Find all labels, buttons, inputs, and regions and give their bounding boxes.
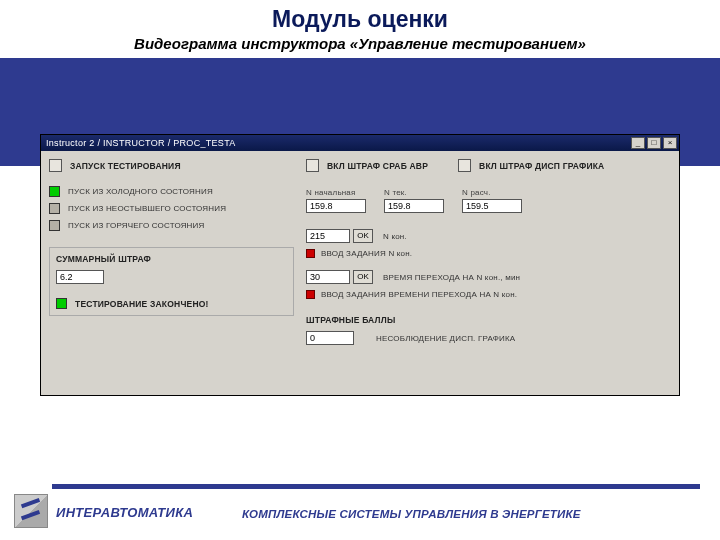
- launch-testing-checkbox[interactable]: [49, 159, 62, 172]
- flag-disp-checkbox[interactable]: [458, 159, 471, 172]
- brand-tagline: КОМПЛЕКСНЫЕ СИСТЕМЫ УПРАВЛЕНИЯ В ЭНЕРГЕТ…: [242, 508, 581, 520]
- launch-testing-label: ЗАПУСК ТЕСТИРОВАНИЯ: [70, 161, 181, 171]
- state-indicator-icon: [49, 220, 60, 231]
- penalty-points-title: ШТРАФНЫЕ БАЛЛЫ: [306, 315, 666, 325]
- maximize-button[interactable]: □: [647, 137, 661, 149]
- n-start-label: N начальная: [306, 188, 366, 197]
- page-title: Модуль оценки: [0, 6, 720, 33]
- app-window: Instructor 2 / INSTRUCTOR / PROC_TESTA _…: [40, 134, 680, 396]
- header: Модуль оценки Видеограмма инструктора «У…: [0, 0, 720, 54]
- penalty-points-label: НЕСОБЛЮДЕНИЕ ДИСП. ГРАФИКА: [376, 334, 515, 343]
- left-panel: ЗАПУСК ТЕСТИРОВАНИЯ ПУСК ИЗ ХОЛОДНОГО СО…: [49, 159, 294, 316]
- n-current-label: N тек.: [384, 188, 444, 197]
- time-hint: ВВОД ЗАДАНИЯ ВРЕМЕНИ ПЕРЕХОДА НА N кон.: [321, 290, 517, 299]
- brand-name: ИНТЕРАВТОМАТИКА: [56, 505, 193, 520]
- n-start-value: 159.8: [306, 199, 366, 213]
- window-title: Instructor 2 / INSTRUCTOR / PROC_TESTA: [43, 138, 629, 148]
- nkon-hint: ВВОД ЗАДАНИЯ N кон.: [321, 249, 412, 258]
- alert-icon: [306, 249, 315, 258]
- penalty-group: СУММАРНЫЙ ШТРАФ 6.2 ТЕСТИРОВАНИЕ ЗАКОНЧЕ…: [49, 247, 294, 316]
- minimize-button[interactable]: _: [631, 137, 645, 149]
- time-after-label: ВРЕМЯ ПЕРЕХОДА НА N кон., мин: [383, 273, 520, 282]
- titlebar[interactable]: Instructor 2 / INSTRUCTOR / PROC_TESTA _…: [41, 135, 679, 151]
- flag-avr-label: ВКЛ ШТРАФ СРАБ АВР: [327, 161, 428, 171]
- penalty-value: 6.2: [56, 270, 104, 284]
- right-panel: ВКЛ ШТРАФ СРАБ АВР ВКЛ ШТРАФ ДИСП ГРАФИК…: [306, 159, 666, 351]
- state-indicator-icon: [49, 203, 60, 214]
- footer: ИНТЕРАВТОМАТИКА КОМПЛЕКСНЫЕ СИСТЕМЫ УПРА…: [0, 484, 720, 540]
- nkon-input[interactable]: 215: [306, 229, 350, 243]
- slide: Модуль оценки Видеограмма инструктора «У…: [0, 0, 720, 540]
- divider: [52, 484, 700, 489]
- state-item-label: ПУСК ИЗ ГОРЯЧЕГО СОСТОЯНИЯ: [68, 221, 205, 230]
- state-item-label: ПУСК ИЗ ХОЛОДНОГО СОСТОЯНИЯ: [68, 187, 213, 196]
- state-indicator-icon: [49, 186, 60, 197]
- nkon-after-label: N кон.: [383, 232, 407, 241]
- n-fields: N начальная 159.8 N тек. 159.8 N расч. 1…: [306, 188, 666, 213]
- page-subtitle: Видеограмма инструктора «Управление тест…: [0, 35, 720, 52]
- flag-disp-label: ВКЛ ШТРАФ ДИСП ГРАФИКА: [479, 161, 604, 171]
- time-input[interactable]: 30: [306, 270, 350, 284]
- n-current-value: 159.8: [384, 199, 444, 213]
- done-label: ТЕСТИРОВАНИЕ ЗАКОНЧЕНО!: [75, 299, 209, 309]
- flag-avr-checkbox[interactable]: [306, 159, 319, 172]
- alert-icon: [306, 290, 315, 299]
- time-ok-button[interactable]: OK: [353, 270, 373, 284]
- nkon-ok-button[interactable]: OK: [353, 229, 373, 243]
- n-calc-value: 159.5: [462, 199, 522, 213]
- penalty-points-value: 0: [306, 331, 354, 345]
- company-logo-icon: [14, 494, 48, 528]
- n-calc-label: N расч.: [462, 188, 522, 197]
- state-item-label: ПУСК ИЗ НЕОСТЫВШЕГО СОСТОЯНИЯ: [68, 204, 226, 213]
- penalty-title: СУММАРНЫЙ ШТРАФ: [56, 254, 287, 264]
- close-button[interactable]: ×: [663, 137, 677, 149]
- done-indicator-icon: [56, 298, 67, 309]
- window-body: ЗАПУСК ТЕСТИРОВАНИЯ ПУСК ИЗ ХОЛОДНОГО СО…: [41, 151, 679, 395]
